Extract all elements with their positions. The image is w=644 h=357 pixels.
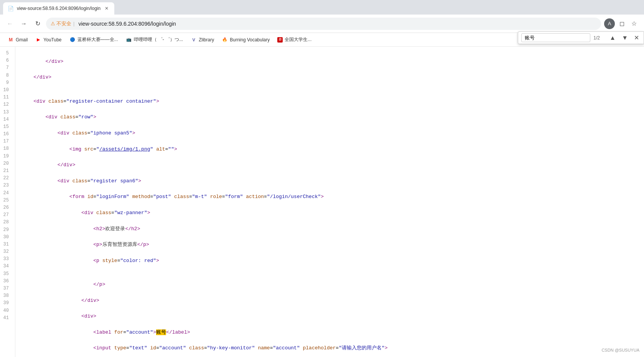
code-line: <div> [21,313,644,321]
code-line: <div class="register span6"> [21,177,644,185]
youtube-favicon: ▶ [35,37,41,43]
bookmark-bilibili-label: 哔哩哔哩（ ゜- ゜）つ... [134,36,183,43]
code-line: <h2>欢迎登录</h2> [21,225,644,233]
bookmark-zlibrary-label: Zlibrary [199,37,214,43]
burning-favicon: 🔥 [222,37,228,43]
bookmark-burning[interactable]: 🔥 Burning Vocabulary [219,35,273,44]
bookmark-bilibili[interactable]: 📺 哔哩哔哩（ ゜- ゜）つ... [123,35,186,44]
nav-bar: ← → ↻ ⚠ 不安全 | view-source:58.59.6.204:80… [0,15,644,33]
code-line: <div class="wz-panner"> [21,209,644,217]
bookmark-youtube-label: YouTube [43,37,61,43]
address-bar[interactable]: ⚠ 不安全 | view-source:58.59.6.204:8096/log… [46,18,601,30]
find-next-button[interactable]: ▼ [620,34,629,42]
code-line: <label for="account">账号</label> [21,329,644,337]
active-tab[interactable]: 📄 view-source:58.59.6.204:8096/login/log… [3,2,114,15]
find-count: 1/2 [593,35,605,41]
bookmark-zlibrary[interactable]: V Zlibrary [188,35,217,44]
zlibrary-favicon: V [191,37,197,43]
bookmark-gmail[interactable]: M Gmail [5,35,31,44]
tab-favicon: 📄 [8,5,14,11]
back-button[interactable]: ← [5,18,15,29]
reload-button[interactable]: ↻ [32,18,43,29]
bookmark-gmail-label: Gmail [16,37,28,43]
lanjiao-favicon: 🔵 [69,37,76,43]
tab-title: view-source:58.59.6.204:8096/login/login [17,6,100,11]
code-line: <img src="/assets/img/1.png" alt=""> [21,146,644,154]
code-line: <p>乐育智慧资源库</p> [21,241,644,249]
code-line: <div class="iphone span5"> [21,129,644,138]
find-bar: 1/2 ▲ ▼ ✕ [518,31,644,44]
profile-button[interactable]: A [604,18,615,29]
code-line: </div> [21,74,644,82]
code-line: </p> [21,281,644,289]
bookmark-university[interactable]: 赛 全国大学生... [274,35,315,44]
code-line: <p style="color: red"> [21,257,644,265]
bookmark-lanjiao-label: 蓝桥杯大赛——全... [77,36,118,43]
find-close-button[interactable]: ✕ [632,33,641,42]
code-line: </div> [21,161,644,169]
watermark-text: CSDN @SUSUYUA [601,348,639,352]
code-line: </div> [21,297,644,305]
nav-right-icons: A ◻ ☆ [604,18,639,29]
code-line: <div class="row"> [21,113,644,121]
code-line: <input type="text" id="account" class="h… [21,344,644,352]
code-line: <div class="register-container container… [21,98,644,106]
gmail-favicon: M [8,37,14,43]
code-content: </div> </div> <div class="register-conta… [15,47,644,357]
find-input[interactable] [521,33,590,42]
bookmark-lanjiao[interactable]: 🔵 蓝桥杯大赛——全... [66,35,121,44]
address-text: view-source:58.59.6.204:8096/login/login [78,21,596,27]
code-line: <form id="loginForm" method="post" class… [21,193,644,201]
bilibili-favicon: 📺 [126,37,132,43]
favorites-button[interactable]: ☆ [629,18,639,29]
find-prev-button[interactable]: ▲ [608,34,617,42]
bookmark-burning-label: Burning Vocabulary [230,37,270,43]
csdn-watermark: CSDN @SUSUYUA [601,348,639,352]
bookmark-university-label: 全国大学生... [285,36,311,43]
security-label: 不安全 [56,20,71,27]
university-favicon: 赛 [277,37,283,43]
forward-button[interactable]: → [18,18,29,29]
bookmark-youtube[interactable]: ▶ YouTube [32,35,64,44]
line-numbers: 5 6 7 8 9 10 11 12 13 14 15 16 17 18 19 … [0,47,15,357]
tab-close-button[interactable]: ✕ [104,5,110,11]
code-line: </div> [21,58,644,66]
source-view: 5 6 7 8 9 10 11 12 13 14 15 16 17 18 19 … [0,47,644,357]
security-warning-icon: ⚠ 不安全 | [51,20,75,27]
tab-bar: 📄 view-source:58.59.6.204:8096/login/log… [0,0,644,15]
extensions-button[interactable]: ◻ [616,18,627,29]
